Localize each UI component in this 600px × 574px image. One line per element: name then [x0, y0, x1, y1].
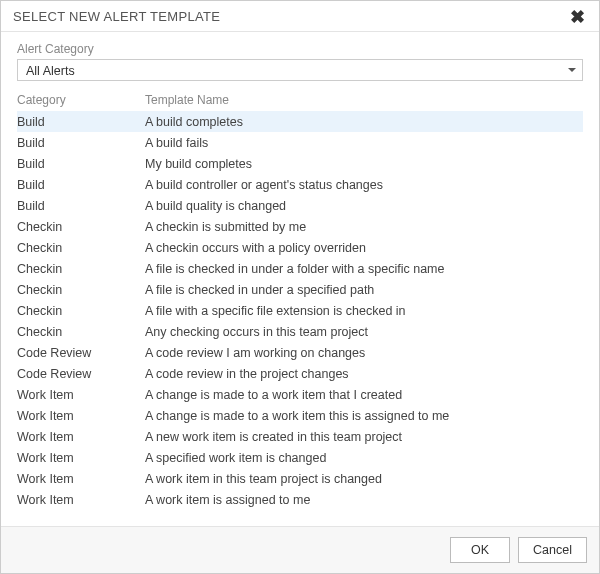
row-category: Work Item [17, 471, 145, 487]
row-category: Build [17, 198, 145, 214]
row-category: Work Item [17, 387, 145, 403]
row-template-name: A build quality is changed [145, 198, 583, 214]
row-template-name: A change is made to a work item this is … [145, 408, 583, 424]
cancel-button[interactable]: Cancel [518, 537, 587, 563]
row-category: Work Item [17, 513, 145, 515]
row-category: Checkin [17, 282, 145, 298]
table-row[interactable]: CheckinA file is checked in under a spec… [17, 279, 583, 300]
table-row[interactable]: Work ItemA change is made to a work item… [17, 405, 583, 426]
close-icon[interactable]: ✖ [568, 10, 587, 24]
row-category: Build [17, 156, 145, 172]
row-template-name: My build completes [145, 156, 583, 172]
dialog-header: SELECT NEW ALERT TEMPLATE ✖ [1, 1, 599, 32]
dialog-title: SELECT NEW ALERT TEMPLATE [13, 9, 220, 24]
row-category: Code Review [17, 345, 145, 361]
row-template-name: A work item in this team project is chan… [145, 471, 583, 487]
row-category: Checkin [17, 219, 145, 235]
row-template-name: A file is checked in under a specified p… [145, 282, 583, 298]
table-row[interactable]: CheckinA checkin occurs with a policy ov… [17, 237, 583, 258]
row-template-name: A change is made to a work item that I c… [145, 387, 583, 403]
table-row[interactable]: Work ItemA work item under a specified a… [17, 510, 583, 514]
row-category: Checkin [17, 303, 145, 319]
row-template-name: A build completes [145, 114, 583, 130]
table-row[interactable]: Work ItemA new work item is created in t… [17, 426, 583, 447]
table-row[interactable]: CheckinA checkin is submitted by me [17, 216, 583, 237]
row-template-name: A specified work item is changed [145, 450, 583, 466]
table-row[interactable]: BuildA build quality is changed [17, 195, 583, 216]
table-row[interactable]: CheckinAny checking occurs in this team … [17, 321, 583, 342]
row-template-name: A code review I am working on changes [145, 345, 583, 361]
table-row[interactable]: BuildA build controller or agent's statu… [17, 174, 583, 195]
row-template-name: A build controller or agent's status cha… [145, 177, 583, 193]
table-row[interactable]: CheckinA file with a specific file exten… [17, 300, 583, 321]
table-row[interactable]: Work ItemA change is made to a work item… [17, 384, 583, 405]
column-header-template-name[interactable]: Template Name [145, 93, 583, 107]
column-header-category[interactable]: Category [17, 93, 145, 107]
row-category: Build [17, 114, 145, 130]
table-row[interactable]: BuildA build completes [17, 111, 583, 132]
row-template-name: A new work item is created in this team … [145, 429, 583, 445]
ok-button[interactable]: OK [450, 537, 510, 563]
table-row[interactable]: BuildA build fails [17, 132, 583, 153]
row-template-name: A code review in the project changes [145, 366, 583, 382]
row-category: Build [17, 135, 145, 151]
row-category: Code Review [17, 366, 145, 382]
row-category: Work Item [17, 450, 145, 466]
table-row[interactable]: Work ItemA specified work item is change… [17, 447, 583, 468]
dialog-content: Alert Category All Alerts Category Templ… [1, 32, 599, 526]
row-template-name: Any checking occurs in this team project [145, 324, 583, 340]
dialog-footer: OK Cancel [1, 526, 599, 573]
alert-category-select[interactable]: All Alerts [17, 59, 583, 81]
table-row[interactable]: Work ItemA work item is assigned to me [17, 489, 583, 510]
alert-category-label: Alert Category [17, 42, 583, 56]
row-template-name: A build fails [145, 135, 583, 151]
row-template-name: A checkin is submitted by me [145, 219, 583, 235]
row-category: Checkin [17, 261, 145, 277]
row-category: Build [17, 177, 145, 193]
row-category: Work Item [17, 492, 145, 508]
row-category: Work Item [17, 408, 145, 424]
table-row[interactable]: CheckinA file is checked in under a fold… [17, 258, 583, 279]
row-template-name: A file is checked in under a folder with… [145, 261, 583, 277]
table-row[interactable]: Code ReviewA code review in the project … [17, 363, 583, 384]
table-row[interactable]: BuildMy build completes [17, 153, 583, 174]
template-list[interactable]: BuildA build completesBuildA build fails… [17, 111, 583, 514]
list-header: Category Template Name [17, 91, 583, 111]
row-template-name: A checkin occurs with a policy overriden [145, 240, 583, 256]
row-template-name: A work item is assigned to me [145, 492, 583, 508]
row-template-name: A work item under a specified area path … [145, 513, 583, 515]
row-category: Work Item [17, 429, 145, 445]
dialog: SELECT NEW ALERT TEMPLATE ✖ Alert Catego… [0, 0, 600, 574]
row-category: Checkin [17, 240, 145, 256]
row-template-name: A file with a specific file extension is… [145, 303, 583, 319]
table-row[interactable]: Code ReviewA code review I am working on… [17, 342, 583, 363]
alert-category-value: All Alerts [17, 59, 583, 81]
table-row[interactable]: Work ItemA work item in this team projec… [17, 468, 583, 489]
row-category: Checkin [17, 324, 145, 340]
